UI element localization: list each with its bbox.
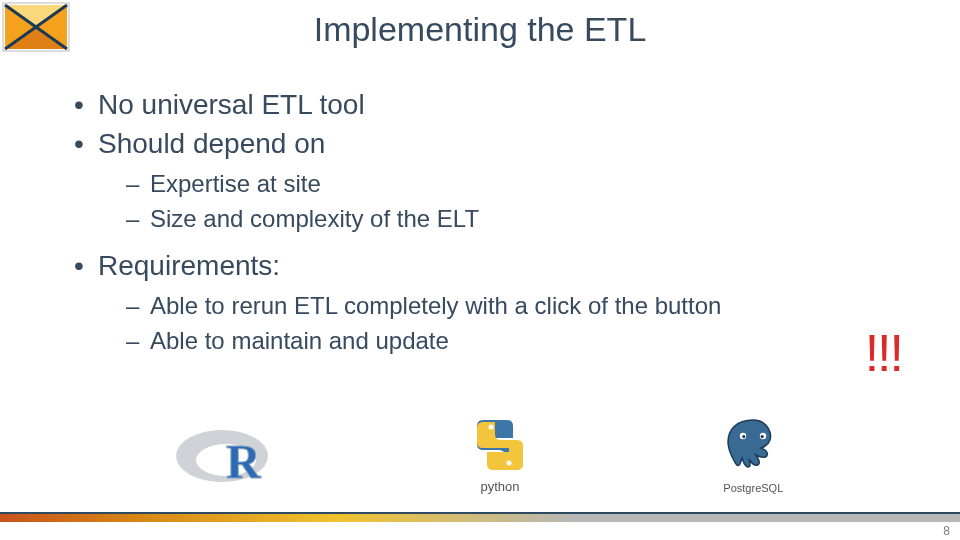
python-logo-icon: python — [465, 417, 535, 494]
svg-point-13 — [743, 435, 746, 438]
sub-bullet-item: Able to maintain and update — [98, 324, 910, 359]
sub-bullet-item: Able to rerun ETL completely with a clic… — [98, 289, 910, 324]
bullet-text: Should depend on — [98, 128, 325, 159]
svg-point-10 — [488, 425, 493, 430]
sub-bullet-item: Expertise at site — [98, 167, 910, 202]
python-label: python — [465, 479, 535, 494]
sub-bullet-item: Size and complexity of the ELT — [98, 202, 910, 237]
bullet-item: No universal ETL tool — [72, 86, 910, 125]
page-number: 8 — [943, 524, 950, 538]
svg-point-11 — [506, 461, 511, 466]
bullet-text: Requirements: — [98, 250, 280, 281]
slide: Implementing the ETL No universal ETL to… — [0, 0, 960, 540]
footer-stripe — [0, 514, 960, 522]
r-letter: R — [226, 435, 262, 488]
logo-row: R python PostgreSQL — [0, 414, 960, 494]
postgresql-label: PostgreSQL — [718, 482, 788, 494]
bullet-item: Requirements: Able to rerun ETL complete… — [72, 247, 910, 359]
bullet-item: Should depend on Expertise at site Size … — [72, 125, 910, 237]
svg-point-15 — [761, 435, 764, 438]
postgresql-logo-icon: PostgreSQL — [718, 416, 788, 494]
slide-body: No universal ETL tool Should depend on E… — [72, 86, 910, 369]
emphasis-exclaim: !!! — [865, 323, 902, 383]
slide-title: Implementing the ETL — [0, 10, 960, 49]
r-logo-icon: R — [172, 420, 282, 494]
